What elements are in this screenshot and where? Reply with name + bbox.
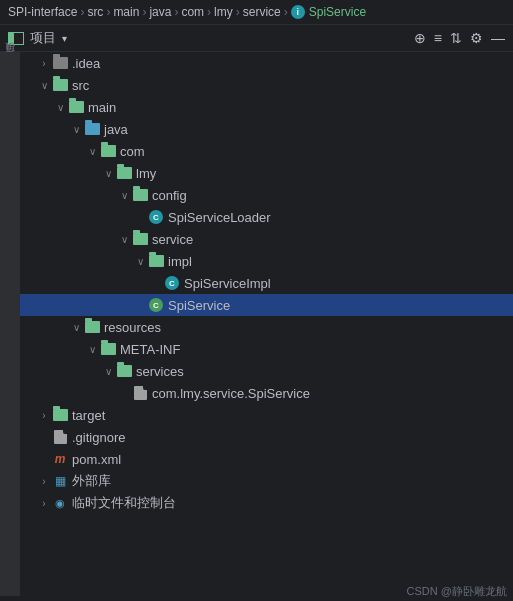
tree-item-META-INF[interactable]: ∨ META-INF xyxy=(20,338,513,360)
breadcrumb-class-icon: i xyxy=(291,5,305,19)
maven-icon-pomxml: m xyxy=(52,451,68,467)
file-icon-spiservice xyxy=(132,385,148,401)
external-libs-section[interactable]: › ▦ 外部库 xyxy=(20,470,513,492)
tree-item-pomxml[interactable]: › m pom.xml xyxy=(20,448,513,470)
folder-icon-impl xyxy=(148,253,164,269)
folder-icon-lmy xyxy=(116,165,132,181)
tree-item-SpiService[interactable]: › C SpiService xyxy=(20,294,513,316)
tree-arrow-services[interactable]: ∨ xyxy=(100,366,116,377)
tree-arrow-target[interactable]: › xyxy=(36,410,52,421)
bottom-attribution: CSDN @静卧雕龙航 xyxy=(401,582,513,601)
breadcrumb-spi-interface[interactable]: SPI-interface xyxy=(8,5,77,19)
tree-label-impl: impl xyxy=(168,254,192,269)
breadcrumb-spiservice[interactable]: SpiService xyxy=(309,5,366,19)
tree-label-services: services xyxy=(136,364,184,379)
tree-label-java: java xyxy=(104,122,128,137)
external-libs-label: 外部库 xyxy=(72,472,111,490)
toolbar-left: 项目 ▾ xyxy=(8,29,408,47)
folder-icon-resources xyxy=(84,319,100,335)
tree-label-com: com xyxy=(120,144,145,159)
tree-item-gitignore[interactable]: › .gitignore xyxy=(20,426,513,448)
toolbar-right: ⊕ ≡ ⇅ ⚙ — xyxy=(414,30,505,46)
breadcrumb-java[interactable]: java xyxy=(149,5,171,19)
settings-button[interactable]: ⚙ xyxy=(470,30,483,46)
tree-label-SpiServiceImpl: SpiServiceImpl xyxy=(184,276,271,291)
tree-label-resources: resources xyxy=(104,320,161,335)
breadcrumb-src[interactable]: src xyxy=(87,5,103,19)
tree-item-SpiServiceImpl[interactable]: › C SpiServiceImpl xyxy=(20,272,513,294)
tree-item-com[interactable]: ∨ com xyxy=(20,140,513,162)
breadcrumb-main[interactable]: main xyxy=(113,5,139,19)
file-icon-gitignore xyxy=(52,429,68,445)
breadcrumb-sep-6: › xyxy=(236,5,240,19)
breadcrumb-lmy[interactable]: lmy xyxy=(214,5,233,19)
tree-label-SpiServiceLoader: SpiServiceLoader xyxy=(168,210,271,225)
sort-button[interactable]: ⇅ xyxy=(450,30,462,46)
tree-label-gitignore: .gitignore xyxy=(72,430,125,445)
tree-arrow-lmy[interactable]: ∨ xyxy=(100,168,116,179)
breadcrumb-sep-2: › xyxy=(106,5,110,19)
tree-item-main[interactable]: ∨ main xyxy=(20,96,513,118)
folder-icon-src xyxy=(52,77,68,93)
folder-icon-service xyxy=(132,231,148,247)
bar-chart-icon: ▦ xyxy=(52,473,68,489)
tree-label-lmy: lmy xyxy=(136,166,156,181)
tree-arrow-scratch[interactable]: › xyxy=(36,498,52,509)
tree-arrow-com[interactable]: ∨ xyxy=(84,146,100,157)
tree-item-config[interactable]: ∨ config xyxy=(20,184,513,206)
tree-arrow-resources[interactable]: ∨ xyxy=(68,322,84,333)
tree-arrow-META-INF[interactable]: ∨ xyxy=(84,344,100,355)
tree-item-services[interactable]: ∨ services xyxy=(20,360,513,382)
breadcrumb-sep-1: › xyxy=(80,5,84,19)
tree-item-resources[interactable]: ∨ resources xyxy=(20,316,513,338)
tree-arrow-impl[interactable]: ∨ xyxy=(132,256,148,267)
tree-arrow-java[interactable]: ∨ xyxy=(68,124,84,135)
tree-item-lmy[interactable]: ∨ lmy xyxy=(20,162,513,184)
list-button[interactable]: ≡ xyxy=(434,30,442,46)
tree-arrow-spiservice-file: › xyxy=(116,388,132,399)
class-icon-SpiServiceImpl: C xyxy=(164,275,180,291)
folder-icon-config xyxy=(132,187,148,203)
toolbar: 项目 ▾ ⊕ ≡ ⇅ ⚙ — xyxy=(0,25,513,52)
breadcrumb-service[interactable]: service xyxy=(243,5,281,19)
folder-icon-idea xyxy=(52,55,68,71)
tree-item-src[interactable]: ∨ src xyxy=(20,74,513,96)
tree-arrow-main[interactable]: ∨ xyxy=(52,102,68,113)
attribution-text: CSDN @静卧雕龙航 xyxy=(407,585,507,597)
main-layout: 项目 › .idea ∨ src ∨ xyxy=(0,52,513,596)
folder-icon-main xyxy=(68,99,84,115)
tree-label-idea: .idea xyxy=(72,56,100,71)
folder-icon-services xyxy=(116,363,132,379)
breadcrumb: SPI-interface › src › main › java › com … xyxy=(0,0,513,25)
toolbar-dropdown-arrow[interactable]: ▾ xyxy=(62,33,67,44)
tree-item-impl[interactable]: ∨ impl xyxy=(20,250,513,272)
tree-item-service[interactable]: ∨ service xyxy=(20,228,513,250)
toolbar-title: 项目 xyxy=(30,29,56,47)
scratch-section[interactable]: › ◉ 临时文件和控制台 xyxy=(20,492,513,514)
tree-label-pomxml: pom.xml xyxy=(72,452,121,467)
class-icon-SpiService: C xyxy=(148,297,164,313)
breadcrumb-com[interactable]: com xyxy=(181,5,204,19)
tree-arrow-src[interactable]: ∨ xyxy=(36,80,52,91)
tree-item-java[interactable]: ∨ java xyxy=(20,118,513,140)
tree-arrow-external-libs[interactable]: › xyxy=(36,476,52,487)
tree-label-SpiService: SpiService xyxy=(168,298,230,313)
tree-arrow-idea[interactable]: › xyxy=(36,58,52,69)
tree-item-target[interactable]: › target xyxy=(20,404,513,426)
tree-arrow-service[interactable]: ∨ xyxy=(116,234,132,245)
tree-label-main: main xyxy=(88,100,116,115)
collapse-button[interactable]: — xyxy=(491,30,505,46)
tree-label-spiservice-file: com.lmy.service.SpiService xyxy=(152,386,310,401)
tree-arrow-config[interactable]: ∨ xyxy=(116,190,132,201)
folder-icon-META-INF xyxy=(100,341,116,357)
tree-item-SpiServiceLoader[interactable]: › C SpiServiceLoader xyxy=(20,206,513,228)
tree-item-spiservice-file[interactable]: › com.lmy.service.SpiService xyxy=(20,382,513,404)
tree-label-service: service xyxy=(152,232,193,247)
scratch-label: 临时文件和控制台 xyxy=(72,494,176,512)
folder-icon-com xyxy=(100,143,116,159)
class-icon-SpiServiceLoader: C xyxy=(148,209,164,225)
file-tree[interactable]: › .idea ∨ src ∨ main xyxy=(20,52,513,596)
tree-item-idea[interactable]: › .idea xyxy=(20,52,513,74)
breadcrumb-sep-7: › xyxy=(284,5,288,19)
add-button[interactable]: ⊕ xyxy=(414,30,426,46)
